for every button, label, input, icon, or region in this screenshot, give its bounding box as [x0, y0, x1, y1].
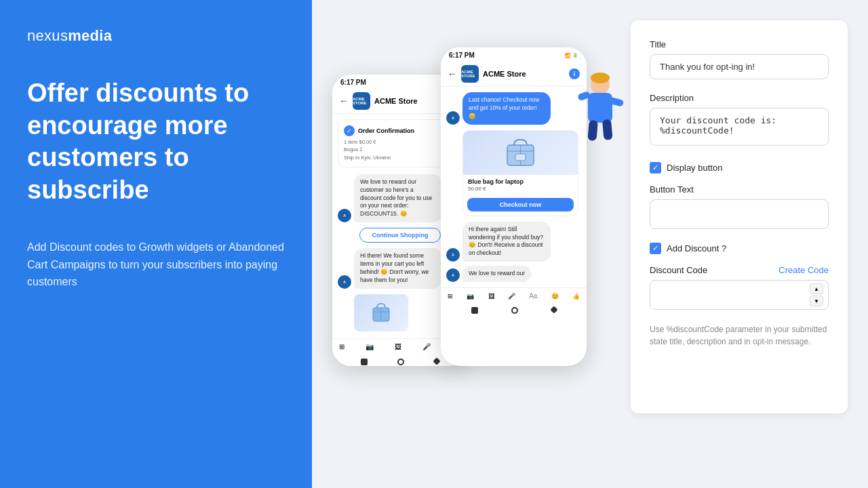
- description-textarea[interactable]: Your discount code is: %discountCode!: [650, 108, 829, 146]
- product-name: Blue bag for laptop: [468, 178, 573, 185]
- phone-nav-2: ← ACME STORE ACME Store i: [441, 62, 587, 87]
- msg-avatar-2: A: [338, 275, 351, 289]
- back-arrow-icon: ←: [339, 96, 349, 106]
- stepper-down-btn[interactable]: ▼: [810, 296, 823, 306]
- brand-logo: nexusmedia: [27, 27, 285, 45]
- discount-code-input[interactable]: [650, 280, 829, 310]
- p2-message-row-1: A Last chance! Checkout now and get 10% …: [446, 92, 581, 125]
- back-arrow-icon-2: ←: [448, 68, 457, 79]
- bubble-received-2: Hi there! We found some items in your ca…: [354, 248, 442, 289]
- svg-point-8: [591, 73, 610, 83]
- p2-msg-avatar-2: A: [446, 248, 460, 262]
- phone2-nav-dots: [441, 304, 587, 317]
- status-time-1: 6:17 PM: [340, 79, 366, 86]
- product-price: 50.00 €: [468, 186, 573, 192]
- discount-code-label: Discount Code: [650, 265, 707, 275]
- display-button-row: ✓ Display button: [650, 162, 829, 174]
- discount-header: Discount Code Create Code: [650, 265, 829, 275]
- status-icons-2: 📶 🔋: [565, 53, 578, 58]
- product-image: [463, 131, 578, 175]
- p2-msg-avatar-1: A: [446, 111, 460, 125]
- store-avatar-1: ACME STORE: [353, 92, 370, 110]
- status-bar-2: 6:17 PM 📶 🔋: [441, 47, 587, 62]
- title-label: Title: [650, 39, 829, 49]
- phone2-messages: A Last chance! Checkout now and get 10% …: [441, 87, 587, 287]
- p2-bubble-1: Last chance! Checkout now and get 10% of…: [462, 92, 551, 125]
- store-avatar-2: ACME STORE: [461, 65, 479, 83]
- store-name-2: ACME Store: [483, 70, 565, 78]
- phones-area: 6:17 PM 🔋 ← ACME STORE ACME Store ✓ Orde…: [332, 47, 617, 407]
- msg-avatar: A: [338, 209, 351, 222]
- product-thumbnail: [354, 294, 408, 331]
- illustration: [570, 68, 631, 156]
- display-button-label: Display button: [667, 163, 722, 173]
- product-card: Blue bag for laptop 50.00 € Checkout now: [462, 129, 578, 218]
- title-group: Title: [650, 39, 829, 79]
- button-text-input[interactable]: [650, 199, 829, 229]
- main-heading: Offer discounts to encourage more custom…: [27, 77, 285, 206]
- add-discount-row: ✓ Add Discount ?: [650, 243, 829, 254]
- description-label: Description: [650, 93, 829, 103]
- svg-rect-12: [587, 120, 598, 141]
- svg-rect-6: [515, 154, 526, 161]
- right-panel: 6:17 PM 🔋 ← ACME STORE ACME Store ✓ Orde…: [312, 0, 868, 488]
- stepper: ▲ ▼: [810, 283, 823, 306]
- bubble-received: We love to reward our customer so here's…: [354, 174, 442, 222]
- left-panel: nexusmedia Offer discounts to encourage …: [0, 0, 312, 488]
- button-text-label: Button Text: [650, 184, 829, 195]
- svg-rect-9: [588, 93, 612, 123]
- button-text-group: Button Text: [650, 184, 829, 229]
- bag-svg: [502, 135, 539, 170]
- brand-name-bold: media: [68, 27, 112, 44]
- stepper-up-btn[interactable]: ▲: [810, 283, 823, 294]
- brand-name-regular: nexus: [27, 27, 68, 44]
- order-title: Order Confirmation: [358, 127, 414, 134]
- form-panel: Title Description Your discount code is:…: [631, 20, 848, 413]
- sub-text: Add Discount codes to Growth widgets or …: [27, 239, 285, 291]
- discount-code-group: Discount Code Create Code ▲ ▼: [650, 265, 829, 310]
- discount-input-wrap: ▲ ▼: [650, 280, 829, 310]
- p2-bubble-3: We love to reward our: [462, 266, 531, 282]
- product-card-inner: Blue bag for laptop 50.00 € Checkout now: [462, 130, 578, 216]
- p2-msg-avatar-3: A: [446, 268, 460, 282]
- phone-mockup-2: 6:17 PM 📶 🔋 ← ACME STORE ACME Store i A …: [441, 47, 587, 366]
- display-button-checkbox[interactable]: ✓: [650, 162, 661, 174]
- product-info: Blue bag for laptop 50.00 €: [463, 175, 578, 195]
- check-icon: ✓: [344, 125, 355, 136]
- p2-bubble-2: Hi there again! Still wondering if you s…: [462, 222, 551, 262]
- bag-icon: [368, 300, 395, 325]
- create-code-link[interactable]: Create Code: [778, 265, 829, 275]
- continue-shopping-btn: Continue Shopping: [359, 228, 441, 243]
- add-discount-checkbox[interactable]: ✓: [650, 243, 661, 254]
- order-details: 1 item $0.00 €Bogus 1Ship to Kyiv, Ukrai…: [344, 138, 456, 161]
- phone2-bottom: ⊞ 📷 🖼 🎤 Aa 😊 👍: [441, 287, 587, 304]
- checkout-now-btn[interactable]: Checkout now: [467, 198, 574, 211]
- description-group: Description Your discount code is: %disc…: [650, 93, 829, 148]
- person-illustration: [573, 71, 627, 152]
- status-time-2: 6:17 PM: [449, 52, 475, 59]
- svg-rect-13: [602, 119, 613, 140]
- hint-text: Use %discountCode parameter in your subm…: [650, 323, 829, 348]
- add-discount-label: Add Discount ?: [667, 243, 726, 253]
- p2-message-row-3: A We love to reward our: [446, 266, 581, 282]
- p2-message-row-2: A Hi there again! Still wondering if you…: [446, 222, 581, 262]
- title-input[interactable]: [650, 54, 829, 79]
